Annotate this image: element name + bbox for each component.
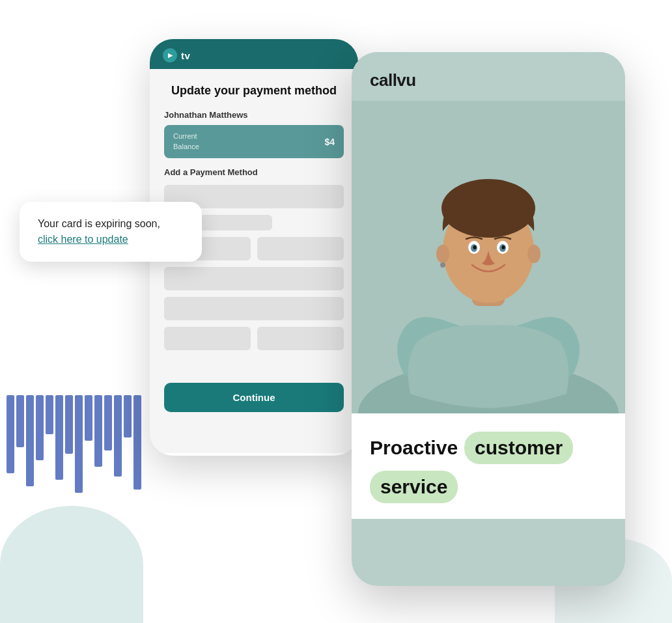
skeleton-5 — [164, 267, 344, 290]
phone-bottom-area: Proactive customer service — [352, 413, 625, 519]
balance-label: CurrentBalance — [173, 132, 199, 152]
notification-link[interactable]: click here to update — [38, 234, 128, 245]
add-payment-label: Add a Payment Method — [164, 167, 344, 177]
tagline-pill-customer: customer — [464, 432, 573, 464]
skeleton-row-2 — [164, 327, 344, 350]
blue-bar-4 — [36, 395, 44, 460]
blue-bar-2 — [16, 395, 24, 447]
notification-main-text: Your card is expiring soon, — [38, 218, 160, 229]
svg-point-10 — [502, 245, 505, 249]
blue-bar-5 — [46, 395, 53, 434]
notification-text: Your card is expiring soon, click here t… — [38, 216, 184, 247]
bg-decoration-teal — [0, 506, 143, 623]
scene: ▶ tv Update your payment method Johnatha… — [0, 0, 672, 623]
blue-bar-3 — [26, 395, 34, 486]
skeleton-6 — [164, 297, 344, 320]
phone-header: ▶ tv — [150, 39, 358, 69]
callvu-logo: callvu — [370, 70, 416, 90]
callvu-phone-screen: callvu — [352, 52, 625, 586]
person-image-area — [352, 101, 625, 413]
blue-bar-11 — [104, 395, 112, 450]
continue-button[interactable]: Continue — [164, 383, 344, 412]
blue-bar-10 — [94, 395, 102, 467]
spacer — [164, 357, 344, 376]
balance-amount: $4 — [324, 137, 335, 147]
svg-point-12 — [440, 262, 445, 268]
blue-bar-9 — [85, 395, 92, 441]
tv-logo-icon: ▶ — [163, 48, 177, 62]
notification-bubble: Your card is expiring soon, click here t… — [20, 202, 202, 262]
tv-logo-text: tv — [181, 50, 190, 61]
svg-point-11 — [436, 245, 449, 263]
blue-bar-13 — [124, 395, 132, 437]
blue-bar-8 — [75, 395, 83, 493]
blue-bars-decoration — [7, 395, 141, 493]
tagline-word1: Proactive — [370, 434, 458, 462]
svg-point-13 — [527, 245, 540, 263]
blue-bar-14 — [133, 395, 141, 490]
skeleton-8 — [257, 327, 344, 350]
tagline: Proactive customer service — [370, 432, 607, 503]
blue-bar-12 — [114, 395, 122, 477]
blue-bar-7 — [65, 395, 73, 454]
blue-bar-1 — [7, 395, 14, 473]
person-illustration — [352, 101, 625, 413]
svg-point-9 — [473, 245, 477, 249]
skeleton-7 — [164, 327, 251, 350]
balance-card: CurrentBalance $4 — [164, 125, 344, 158]
tagline-pill-service: service — [370, 471, 458, 503]
callvu-header: callvu — [352, 52, 625, 101]
skeleton-4 — [257, 237, 344, 260]
customer-name: Johnathan Matthews — [164, 110, 344, 120]
blue-bar-6 — [55, 395, 63, 480]
payment-title: Update your payment method — [164, 83, 344, 98]
